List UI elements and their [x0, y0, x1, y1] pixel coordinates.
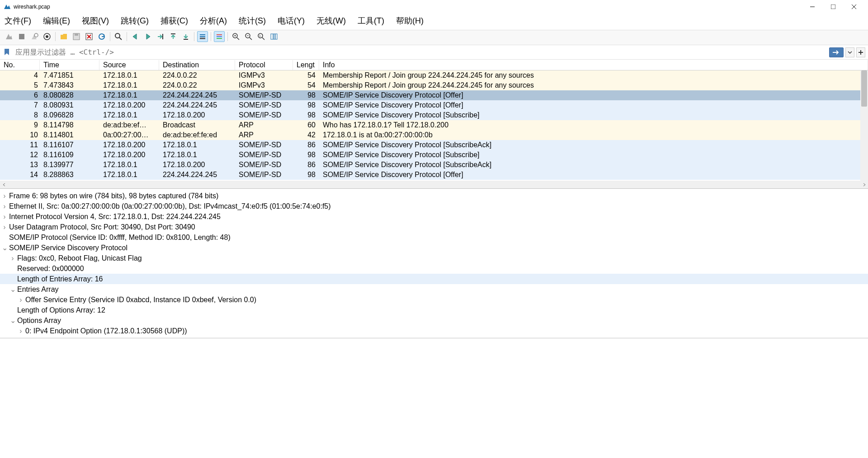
colorize-icon[interactable]	[214, 31, 225, 42]
menu-telephony[interactable]: 电话(Y)	[278, 15, 305, 26]
packet-row[interactable]: 118.116107172.18.0.200172.18.0.1SOME/IP-…	[0, 140, 868, 150]
col-info[interactable]: Info	[319, 60, 868, 70]
restart-icon[interactable]	[29, 31, 40, 42]
detail-line[interactable]: Reserved: 0x000000	[0, 263, 868, 274]
menu-view[interactable]: 视图(V)	[82, 15, 109, 26]
detail-line[interactable]: ›User Datagram Protocol, Src Port: 30490…	[0, 222, 868, 232]
open-icon[interactable]	[58, 31, 69, 42]
vertical-scrollbar[interactable]	[860, 70, 868, 181]
packet-details[interactable]: ›Frame 6: 98 bytes on wire (784 bits), 9…	[0, 189, 868, 338]
expand-toggle-icon[interactable]: ⌄	[8, 285, 17, 294]
expand-toggle-icon[interactable]: ›	[0, 223, 9, 231]
bookmark-icon[interactable]	[3, 48, 12, 57]
packet-row[interactable]: 47.471851172.18.0.1224.0.0.22IGMPv354Mem…	[0, 70, 868, 80]
expand-toggle-icon[interactable]: ›	[16, 296, 25, 304]
go-last-icon[interactable]	[180, 31, 191, 42]
col-no[interactable]: No.	[0, 60, 40, 70]
shark-fin-icon[interactable]	[4, 31, 14, 42]
expand-toggle-icon[interactable]: ⌄	[8, 316, 17, 325]
auto-scroll-icon[interactable]	[197, 31, 208, 42]
packet-row[interactable]: 138.139977172.18.0.1172.18.0.200SOME/IP-…	[0, 160, 868, 170]
minimize-button[interactable]	[802, 0, 823, 14]
col-time[interactable]: Time	[40, 60, 99, 70]
scroll-left-icon[interactable]	[0, 181, 8, 188]
detail-line[interactable]: ›Ethernet II, Src: 0a:00:27:00:00:0b (0a…	[0, 201, 868, 211]
packet-row[interactable]: 148.288863172.18.0.1224.244.224.245SOME/…	[0, 170, 868, 180]
menu-go[interactable]: 跳转(G)	[121, 15, 149, 26]
packet-list-body[interactable]: 47.471851172.18.0.1224.0.0.22IGMPv354Mem…	[0, 70, 868, 181]
svg-point-5	[34, 33, 38, 37]
maximize-button[interactable]	[823, 0, 844, 14]
detail-text: Internet Protocol Version 4, Src: 172.18…	[9, 213, 221, 221]
svg-rect-35	[271, 34, 273, 39]
go-to-packet-icon[interactable]	[155, 31, 166, 42]
close-file-icon[interactable]	[84, 31, 94, 42]
svg-rect-9	[75, 33, 78, 36]
filter-dropdown-button[interactable]	[845, 47, 854, 57]
col-protocol[interactable]: Protocol	[235, 60, 293, 70]
resize-columns-icon[interactable]	[269, 31, 279, 42]
col-destination[interactable]: Destination	[159, 60, 235, 70]
svg-point-14	[115, 33, 120, 38]
display-filter-input[interactable]	[14, 47, 827, 57]
menu-file[interactable]: 文件(F)	[5, 15, 31, 26]
zoom-in-icon[interactable]	[231, 31, 241, 42]
detail-line[interactable]: ⌄Options Array	[0, 315, 868, 326]
detail-line[interactable]: ›Offer Service Entry (Service ID 0xabcd,…	[0, 294, 868, 305]
menu-edit[interactable]: 编辑(E)	[43, 15, 70, 26]
detail-line[interactable]: SOME/IP Protocol (Service ID: 0xffff, Me…	[0, 232, 868, 243]
expand-toggle-icon[interactable]: ›	[0, 202, 9, 210]
detail-line[interactable]: ›Internet Protocol Version 4, Src: 172.1…	[0, 211, 868, 222]
stop-icon[interactable]	[16, 31, 27, 42]
filter-add-button[interactable]	[856, 47, 865, 57]
packet-row[interactable]: 98.114798de:ad:be:ef…BroadcastARP60Who h…	[0, 120, 868, 130]
expand-toggle-icon[interactable]: ›	[0, 213, 9, 221]
menu-tools[interactable]: 工具(T)	[358, 15, 384, 26]
scroll-right-icon[interactable]	[860, 181, 868, 188]
horizontal-scrollbar[interactable]	[0, 181, 868, 188]
options-icon[interactable]	[42, 31, 52, 42]
detail-line[interactable]: ⌄SOME/IP Service Discovery Protocol	[0, 243, 868, 253]
packet-row[interactable]: 88.096828172.18.0.1172.18.0.200SOME/IP-S…	[0, 110, 868, 120]
detail-line[interactable]: Length of Options Array: 12	[0, 305, 868, 315]
detail-text: Offer Service Entry (Service ID 0xabcd, …	[25, 296, 256, 304]
expand-toggle-icon[interactable]: ›	[16, 327, 25, 335]
detail-line[interactable]: ›Frame 6: 98 bytes on wire (784 bits), 9…	[0, 191, 868, 201]
go-first-icon[interactable]	[168, 31, 179, 42]
go-back-icon[interactable]	[130, 31, 141, 42]
col-source[interactable]: Source	[99, 60, 159, 70]
save-icon[interactable]	[71, 31, 82, 42]
zoom-out-icon[interactable]	[243, 31, 254, 42]
packet-row[interactable]: 57.473843172.18.0.1224.0.0.22IGMPv354Mem…	[0, 80, 868, 90]
svg-line-30	[250, 37, 252, 40]
apply-filter-button[interactable]	[829, 47, 844, 57]
menubar: 文件(F) 编辑(E) 视图(V) 跳转(G) 捕获(C) 分析(A) 统计(S…	[0, 14, 868, 30]
packet-row[interactable]: 128.116109172.18.0.200172.18.0.1SOME/IP-…	[0, 150, 868, 160]
close-button[interactable]	[844, 0, 864, 14]
packet-row[interactable]: 78.080931172.18.0.200224.244.224.245SOME…	[0, 100, 868, 110]
menu-capture[interactable]: 捕获(C)	[160, 15, 188, 26]
zoom-reset-icon[interactable]: 1	[256, 31, 267, 42]
expand-toggle-icon[interactable]: ›	[8, 254, 17, 262]
menu-statistics[interactable]: 统计(S)	[239, 15, 266, 26]
menu-analyze[interactable]: 分析(A)	[200, 15, 227, 26]
detail-line[interactable]: ›0: IPv4 Endpoint Option (172.18.0.1:305…	[0, 326, 868, 336]
expand-toggle-icon[interactable]: ›	[0, 192, 9, 200]
packet-list: No. Time Source Destination Protocol Len…	[0, 60, 868, 189]
packet-list-header[interactable]: No. Time Source Destination Protocol Len…	[0, 60, 868, 70]
go-forward-icon[interactable]	[142, 31, 153, 42]
filter-bar	[0, 45, 868, 60]
col-length[interactable]: Lengt	[293, 60, 319, 70]
detail-line[interactable]: ›Flags: 0xc0, Reboot Flag, Unicast Flag	[0, 253, 868, 263]
reload-icon[interactable]	[96, 31, 107, 42]
detail-line[interactable]: Length of Entries Array: 16	[0, 274, 868, 284]
expand-toggle-icon[interactable]: ⌄	[0, 243, 9, 252]
titlebar: wireshark.pcap	[0, 0, 868, 14]
menu-help[interactable]: 帮助(H)	[396, 15, 424, 26]
packet-row[interactable]: 68.080828172.18.0.1224.244.224.245SOME/I…	[0, 90, 868, 100]
detail-line[interactable]: ⌄Entries Array	[0, 284, 868, 294]
menu-wireless[interactable]: 无线(W)	[316, 15, 346, 26]
find-icon[interactable]	[113, 31, 124, 42]
window-title: wireshark.pcap	[14, 4, 802, 10]
packet-row[interactable]: 108.1148010a:00:27:00…de:ad:be:ef:fe:edA…	[0, 130, 868, 140]
